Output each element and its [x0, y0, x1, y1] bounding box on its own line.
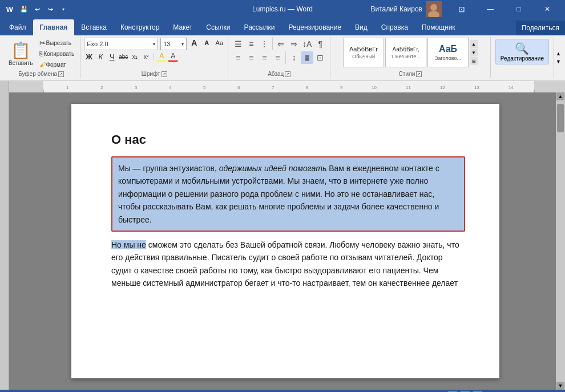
clipboard-group: 📋 Вставить ✂ Вырезать ⎘ Копировать 🖌 Фор… — [2, 37, 80, 78]
svg-text:8: 8 — [306, 85, 309, 90]
font-color-button[interactable]: А — [168, 51, 178, 62]
multilevel-button[interactable]: ⋮ — [258, 38, 271, 50]
ribbon-tabs: Файл Главная Вставка Конструктор Макет С… — [0, 18, 565, 35]
styles-label: Стили ↗ — [399, 71, 422, 77]
save-button[interactable]: 💾 — [18, 3, 30, 15]
formatting-row: Ж К Ч abc х₂ х² А А — [84, 51, 224, 62]
underline-button[interactable]: Ч — [107, 51, 117, 62]
clipboard-small-btns: ✂ Вырезать ⎘ Копировать 🖌 Формат — [37, 38, 76, 70]
tab-assistant[interactable]: Помощник — [415, 19, 462, 35]
styles-expand[interactable]: ⊞ — [470, 57, 478, 65]
qa-dropdown-button[interactable]: ▾ — [58, 3, 69, 15]
title-bar-left: W 💾 ↩ ↪ ▾ — [5, 3, 69, 15]
numbering-button[interactable]: ≡ — [245, 38, 257, 50]
shading-button[interactable]: ▓ — [301, 51, 313, 64]
para-divider2 — [285, 51, 286, 64]
document-content[interactable]: О нас Мы — группа энтузиастов, одержимых… — [9, 92, 556, 390]
scrollbar-thumb[interactable] — [557, 104, 564, 132]
style-no-spacing-name: 1 Без инте... — [391, 54, 420, 59]
tab-mailings[interactable]: Рассылки — [237, 19, 282, 35]
copy-button[interactable]: ⎘ Копировать — [37, 49, 76, 59]
editing-button[interactable]: 🔍 Редактирование — [495, 39, 549, 64]
tab-home[interactable]: Главная — [33, 19, 75, 35]
ribbon-scroll-up[interactable]: ▲ — [554, 50, 563, 58]
align-center-button[interactable]: ≡ — [245, 51, 257, 64]
tab-review[interactable]: Рецензирование — [281, 19, 348, 35]
undo-button[interactable]: ↩ — [31, 3, 43, 15]
scroll-up-button[interactable]: ▲ — [556, 92, 564, 100]
paragraph-expand[interactable]: ↗ — [285, 71, 290, 77]
text-highlight-button[interactable]: А — [156, 51, 167, 62]
page-heading: О нас — [111, 132, 465, 147]
svg-text:7: 7 — [272, 85, 275, 90]
paste-button[interactable]: 📋 Вставить — [6, 40, 35, 68]
vertical-ruler — [0, 92, 9, 390]
paragraph-controls: ☰ ≡ ⋮ ⇐ ⇒ ↕A ¶ ≡ ≡ ≡ ≡ ↕ ▓ ⊡ — [232, 38, 326, 64]
align-left-button[interactable]: ≡ — [232, 51, 244, 64]
font-expand[interactable]: ↗ — [162, 71, 167, 77]
format-painter-button[interactable]: 🖌 Формат — [37, 59, 76, 70]
font-label: Шрифт ↗ — [142, 71, 167, 77]
svg-text:14: 14 — [508, 85, 514, 90]
paste-icon: 📋 — [11, 42, 30, 60]
clear-format-button[interactable]: Аа — [214, 38, 224, 48]
quick-access-toolbar: 💾 ↩ ↪ ▾ — [18, 3, 69, 15]
close-button[interactable]: ✕ — [534, 0, 560, 18]
continuation-highlighted: Но мы не — [111, 240, 146, 249]
styles-scroll-down[interactable]: ▼ — [470, 49, 478, 56]
font-controls: Exo 2.0 ▾ 13 ▾ A A Аа Ж К Ч abc х₂ х² А — [84, 38, 224, 62]
bullets-button[interactable]: ☰ — [232, 38, 244, 50]
tab-insert[interactable]: Вставка — [74, 19, 114, 35]
line-spacing-button[interactable]: ↕ — [288, 51, 300, 64]
scroll-down-button[interactable]: ▼ — [556, 382, 564, 390]
svg-text:4: 4 — [169, 85, 172, 90]
sort-button[interactable]: ↕A — [301, 38, 313, 50]
ribbon-scroll-down[interactable]: ▼ — [554, 58, 563, 66]
tab-view[interactable]: Вид — [348, 19, 374, 35]
superscript-button[interactable]: х² — [141, 51, 151, 62]
tab-file[interactable]: Файл — [2, 19, 33, 35]
divider — [154, 52, 154, 60]
svg-rect-5 — [534, 81, 565, 92]
clipboard-expand[interactable]: ↗ — [58, 71, 64, 77]
style-normal[interactable]: АаБбВвГг Обычный — [343, 38, 384, 67]
svg-text:10: 10 — [372, 85, 377, 90]
ribbon-display-button[interactable]: ⊡ — [449, 0, 475, 18]
user-name: Виталий Каиров — [370, 5, 422, 13]
show-marks-button[interactable]: ¶ — [314, 38, 326, 50]
document-scrollbar[interactable]: ▲ ▼ — [556, 92, 565, 390]
grow-font-button[interactable]: A — [189, 38, 199, 48]
align-right-button[interactable]: ≡ — [258, 51, 271, 64]
document-area: О нас Мы — группа энтузиастов, одержимых… — [0, 92, 565, 390]
style-heading-name: Заголово... — [435, 55, 461, 61]
maximize-button[interactable]: □ — [506, 0, 532, 18]
style-normal-name: Обычный — [352, 54, 375, 59]
tab-design[interactable]: Конструктор — [114, 19, 166, 35]
tab-help[interactable]: Справка — [374, 19, 415, 35]
clipboard-label: Буфер обмена ↗ — [18, 71, 64, 77]
styles-scroll: ▲ ▼ ⊞ — [470, 40, 478, 65]
style-no-spacing[interactable]: АаБбВвГг, 1 Без инте... — [385, 38, 426, 67]
redo-button[interactable]: ↪ — [45, 3, 56, 15]
shrink-font-button[interactable]: A — [201, 38, 212, 48]
style-heading1[interactable]: АаБ Заголово... — [427, 38, 469, 67]
subscript-button[interactable]: х₂ — [130, 51, 140, 62]
italic-button[interactable]: К — [95, 51, 106, 62]
tab-layout[interactable]: Макет — [166, 19, 199, 35]
bold-button[interactable]: Ж — [84, 51, 94, 62]
styles-expand-btn[interactable]: ↗ — [416, 71, 422, 77]
styles-scroll-up[interactable]: ▲ — [470, 40, 478, 48]
tab-share[interactable]: Поделиться — [516, 21, 565, 35]
decrease-indent-button[interactable]: ⇐ — [275, 38, 287, 50]
justify-button[interactable]: ≡ — [271, 51, 284, 64]
strikethrough-button[interactable]: abc — [118, 51, 128, 62]
border-button[interactable]: ⊡ — [314, 51, 326, 64]
cut-button[interactable]: ✂ Вырезать — [37, 38, 76, 48]
style-heading-preview: АаБ — [439, 44, 457, 54]
style-normal-preview: АаБбВвГг — [349, 46, 378, 52]
increase-indent-button[interactable]: ⇒ — [288, 38, 300, 50]
minimize-button[interactable]: — — [477, 0, 503, 18]
font-size-selector[interactable]: 13 ▾ — [160, 38, 187, 50]
tab-references[interactable]: Ссылки — [199, 19, 237, 35]
font-name-selector[interactable]: Exo 2.0 ▾ — [84, 38, 158, 50]
